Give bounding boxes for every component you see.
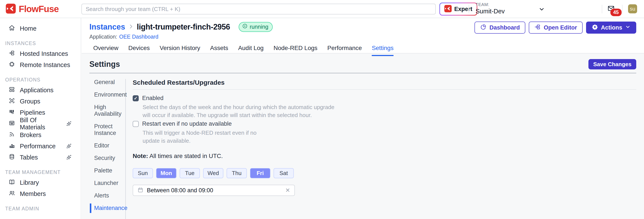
sidebar-item-library[interactable]: Library <box>0 177 81 188</box>
breadcrumb-instances-link[interactable]: Instances <box>90 23 125 32</box>
chevron-down-icon[interactable] <box>538 6 545 13</box>
sidebar-item-bill-of-materials[interactable]: Bill Of Materials <box>0 118 81 129</box>
notifications-button[interactable]: 45 <box>607 5 615 13</box>
sidebar-item-label: Hosted Instances <box>20 50 68 57</box>
maintenance-panel: Scheduled Restarts/Upgrades ✓ Enabled Se… <box>133 79 636 219</box>
dashboard-button[interactable]: Dashboard <box>474 22 525 34</box>
day-selector: Sun Mon Tue Wed Thu Fri Sat <box>133 168 636 178</box>
flowfuse-logo[interactable]: FlowFuse <box>6 0 59 18</box>
main-sidebar: Home INSTANCES Hosted Instances Remote I… <box>0 18 81 219</box>
bar-chart-icon <box>8 142 15 150</box>
sidebar-item-label: Brokers <box>20 131 41 139</box>
settings-nav-security[interactable]: Security <box>94 155 125 161</box>
settings-nav-alerts[interactable]: Alerts <box>94 192 125 199</box>
enabled-checkbox[interactable]: ✓ <box>133 95 139 101</box>
expert-label: Expert <box>454 6 472 13</box>
main-content: Instances light-trumpeter-finch-2956 run… <box>82 18 644 219</box>
flowfuse-wordmark: FlowFuse <box>19 4 59 14</box>
settings-nav-maintenance[interactable]: Maintenance <box>94 205 125 211</box>
sidebar-item-label: Applications <box>20 87 54 94</box>
tab-version-history[interactable]: Version History <box>160 45 200 56</box>
sidebar-item-brokers[interactable]: Brokers <box>0 129 81 141</box>
settings-nav-protect-instance[interactable]: Protect Instance <box>94 123 125 136</box>
settings-nav-editor[interactable]: Editor <box>94 142 125 149</box>
save-changes-button[interactable]: Save Changes <box>588 59 636 69</box>
sidebar-item-remote-instances[interactable]: Remote Instances <box>0 59 81 71</box>
tab-devices[interactable]: Devices <box>128 45 150 56</box>
settings-divider <box>90 73 636 73</box>
database-icon <box>8 153 15 161</box>
day-button-sat[interactable]: Sat <box>274 168 294 178</box>
day-button-wed[interactable]: Wed <box>203 168 223 178</box>
settings-section: Settings Save Changes General Environmen… <box>82 54 644 219</box>
sidebar-item-label: Home <box>20 25 36 32</box>
search-input[interactable] <box>82 4 436 15</box>
instance-header: Instances light-trumpeter-finch-2956 run… <box>82 18 644 54</box>
tab-assets[interactable]: Assets <box>210 45 228 56</box>
maintenance-divider <box>133 89 636 90</box>
breadcrumb-chevron-icon <box>128 24 134 30</box>
notification-count-badge: 45 <box>610 9 622 16</box>
avatar[interactable]: su <box>628 4 637 13</box>
utc-note: Note: All times are stated in UTC. <box>133 153 636 159</box>
team-selector[interactable]: TEAM: Sumit-Dev <box>476 2 505 15</box>
sidebar-section-team-admin: TEAM ADMIN <box>5 206 81 212</box>
settings-nav-environment[interactable]: Environment <box>94 91 125 98</box>
instance-tabs: Overview Devices Version History Assets … <box>90 45 636 56</box>
applications-icon <box>8 86 15 94</box>
sparkle-icon <box>66 120 72 127</box>
tab-node-red-logs[interactable]: Node-RED Logs <box>274 45 318 56</box>
play-circle-icon <box>242 23 248 30</box>
schedule-time-input[interactable]: Between 08:00 and 09:00 ✕ <box>133 185 295 196</box>
sidebar-item-label: Groups <box>20 98 40 105</box>
settings-nav-high-availability[interactable]: High Availability <box>94 104 125 117</box>
status-badge: running <box>239 22 273 32</box>
open-editor-button-label: Open Editor <box>544 24 577 31</box>
day-button-thu[interactable]: Thu <box>226 168 247 178</box>
sidebar-item-home[interactable]: Home <box>0 23 81 34</box>
schedule-time-text: Between 08:00 and 09:00 <box>147 187 213 194</box>
sidebar-item-groups[interactable]: Groups <box>0 96 81 107</box>
tab-performance[interactable]: Performance <box>328 45 362 56</box>
settings-nav-general[interactable]: General <box>94 79 125 86</box>
restart-description: This will trigger a Node-RED restart eve… <box>142 129 636 145</box>
sparkle-icon <box>66 154 72 161</box>
instance-name: light-trumpeter-finch-2956 <box>137 23 230 32</box>
application-label: Application: <box>90 34 117 40</box>
sidebar-item-tables[interactable]: Tables <box>0 152 81 163</box>
application-link[interactable]: OEE Dashboard <box>119 34 158 40</box>
tab-audit-log[interactable]: Audit Log <box>238 45 264 56</box>
sidebar-item-label: Bill Of Materials <box>20 117 61 131</box>
clear-schedule-icon[interactable]: ✕ <box>285 187 290 194</box>
sidebar-section-team-management: TEAM MANAGEMENT <box>5 169 81 175</box>
tab-settings[interactable]: Settings <box>372 45 394 56</box>
expert-button[interactable]: Expert <box>440 3 477 16</box>
day-button-sun[interactable]: Sun <box>133 168 153 178</box>
sidebar-item-label: Tables <box>20 154 38 161</box>
open-editor-button[interactable]: Open Editor <box>529 22 582 34</box>
sidebar-item-hosted-instances[interactable]: Hosted Instances <box>0 48 81 59</box>
team-label: TEAM: <box>476 2 505 7</box>
settings-nav-palette[interactable]: Palette <box>94 167 125 174</box>
header-divider <box>469 5 469 13</box>
chip-icon <box>8 61 15 69</box>
tab-overview[interactable]: Overview <box>93 45 118 56</box>
restart-checkbox[interactable]: ✓ <box>133 121 139 127</box>
chevron-down-icon <box>625 24 631 31</box>
sidebar-item-applications[interactable]: Applications <box>0 85 81 96</box>
day-button-fri[interactable]: Fri <box>250 168 270 178</box>
actions-button[interactable]: Actions <box>586 22 636 34</box>
maintenance-heading: Scheduled Restarts/Upgrades <box>133 79 636 86</box>
enabled-label: Enabled <box>142 95 164 102</box>
day-button-mon[interactable]: Mon <box>156 168 176 178</box>
day-button-tue[interactable]: Tue <box>180 168 200 178</box>
sparkle-icon <box>66 143 72 149</box>
status-text: running <box>250 24 268 30</box>
sidebar-item-members[interactable]: Members <box>0 188 81 199</box>
bill-of-materials-icon <box>8 120 15 128</box>
flow-nodes-icon <box>8 50 15 58</box>
sidebar-item-performance[interactable]: Performance <box>0 141 81 152</box>
settings-nav-launcher[interactable]: Launcher <box>94 180 125 186</box>
flowfuse-logo-icon <box>6 4 16 15</box>
sidebar-item-label: Members <box>20 190 46 197</box>
